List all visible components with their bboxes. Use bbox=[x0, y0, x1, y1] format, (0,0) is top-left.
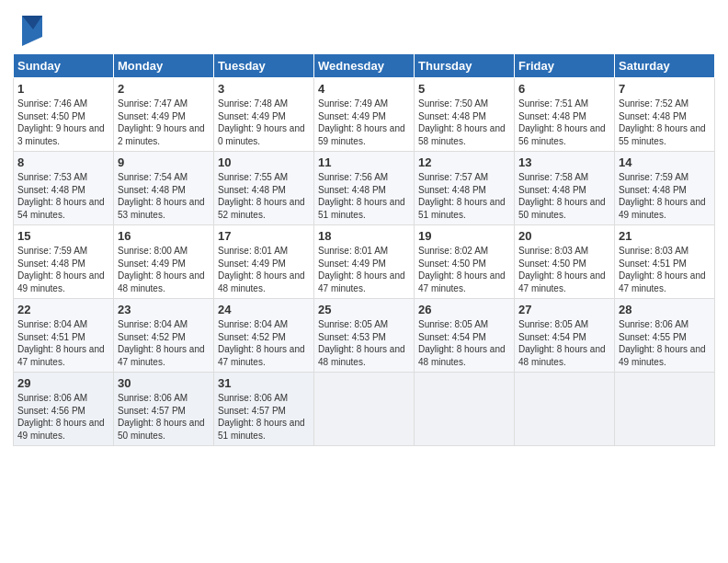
calendar-cell: 27Sunrise: 8:05 AMSunset: 4:54 PMDayligh… bbox=[515, 299, 615, 373]
calendar-cell: 14Sunrise: 7:59 AMSunset: 4:48 PMDayligh… bbox=[615, 152, 715, 225]
cell-info: Sunrise: 8:06 AMSunset: 4:57 PMDaylight:… bbox=[118, 392, 210, 442]
calendar-week-row: 15Sunrise: 7:59 AMSunset: 4:48 PMDayligh… bbox=[14, 225, 715, 299]
calendar-cell: 19Sunrise: 8:02 AMSunset: 4:50 PMDayligh… bbox=[415, 225, 515, 299]
day-number: 6 bbox=[518, 82, 610, 96]
calendar-cell: 15Sunrise: 7:59 AMSunset: 4:48 PMDayligh… bbox=[14, 225, 114, 299]
day-number: 21 bbox=[619, 229, 711, 243]
cell-info: Sunrise: 8:04 AMSunset: 4:51 PMDaylight:… bbox=[17, 318, 109, 368]
logo bbox=[13, 11, 50, 46]
day-number: 17 bbox=[218, 229, 310, 243]
cell-info: Sunrise: 8:03 AMSunset: 4:50 PMDaylight:… bbox=[518, 245, 610, 294]
calendar-cell: 11Sunrise: 7:56 AMSunset: 4:48 PMDayligh… bbox=[314, 152, 415, 225]
day-number: 14 bbox=[619, 155, 711, 169]
logo-icon bbox=[13, 11, 48, 46]
calendar-week-row: 8Sunrise: 7:53 AMSunset: 4:48 PMDaylight… bbox=[14, 152, 715, 225]
calendar-cell: 5Sunrise: 7:50 AMSunset: 4:48 PMDaylight… bbox=[415, 78, 515, 152]
day-number: 1 bbox=[17, 82, 109, 96]
cell-info: Sunrise: 7:49 AMSunset: 4:49 PMDaylight:… bbox=[318, 98, 410, 147]
calendar-cell bbox=[415, 373, 515, 446]
day-number: 7 bbox=[619, 82, 711, 96]
header bbox=[13, 11, 715, 46]
cell-info: Sunrise: 7:59 AMSunset: 4:48 PMDaylight:… bbox=[17, 245, 109, 294]
calendar-cell: 7Sunrise: 7:52 AMSunset: 4:48 PMDaylight… bbox=[615, 78, 715, 152]
calendar-cell: 26Sunrise: 8:05 AMSunset: 4:54 PMDayligh… bbox=[415, 299, 515, 373]
page-container: SundayMondayTuesdayWednesdayThursdayFrid… bbox=[0, 0, 728, 455]
calendar-cell: 13Sunrise: 7:58 AMSunset: 4:48 PMDayligh… bbox=[515, 152, 615, 225]
weekday-header-saturday: Saturday bbox=[615, 54, 715, 78]
calendar-cell bbox=[615, 373, 715, 446]
cell-info: Sunrise: 7:55 AMSunset: 4:48 PMDaylight:… bbox=[218, 171, 310, 221]
day-number: 10 bbox=[218, 155, 310, 169]
weekday-header-row: SundayMondayTuesdayWednesdayThursdayFrid… bbox=[14, 54, 715, 78]
calendar-cell bbox=[515, 373, 615, 446]
day-number: 24 bbox=[218, 303, 310, 316]
day-number: 16 bbox=[118, 229, 210, 243]
day-number: 2 bbox=[118, 82, 210, 96]
calendar-cell: 10Sunrise: 7:55 AMSunset: 4:48 PMDayligh… bbox=[214, 152, 314, 225]
calendar-table: SundayMondayTuesdayWednesdayThursdayFrid… bbox=[13, 53, 715, 446]
cell-info: Sunrise: 8:04 AMSunset: 4:52 PMDaylight:… bbox=[218, 318, 310, 368]
cell-info: Sunrise: 8:01 AMSunset: 4:49 PMDaylight:… bbox=[318, 245, 410, 294]
weekday-header-monday: Monday bbox=[114, 54, 214, 78]
day-number: 11 bbox=[318, 155, 410, 169]
day-number: 23 bbox=[118, 303, 210, 316]
calendar-week-row: 22Sunrise: 8:04 AMSunset: 4:51 PMDayligh… bbox=[14, 299, 715, 373]
day-number: 5 bbox=[418, 82, 510, 96]
day-number: 28 bbox=[619, 303, 711, 316]
calendar-cell: 16Sunrise: 8:00 AMSunset: 4:49 PMDayligh… bbox=[114, 225, 214, 299]
cell-info: Sunrise: 7:46 AMSunset: 4:50 PMDaylight:… bbox=[17, 98, 109, 147]
day-number: 3 bbox=[218, 82, 310, 96]
cell-info: Sunrise: 8:06 AMSunset: 4:55 PMDaylight:… bbox=[619, 318, 711, 368]
calendar-cell: 29Sunrise: 8:06 AMSunset: 4:56 PMDayligh… bbox=[14, 373, 114, 446]
cell-info: Sunrise: 8:05 AMSunset: 4:54 PMDaylight:… bbox=[518, 318, 610, 368]
calendar-cell: 8Sunrise: 7:53 AMSunset: 4:48 PMDaylight… bbox=[14, 152, 114, 225]
weekday-header-wednesday: Wednesday bbox=[314, 54, 415, 78]
cell-info: Sunrise: 8:03 AMSunset: 4:51 PMDaylight:… bbox=[619, 245, 711, 294]
cell-info: Sunrise: 8:04 AMSunset: 4:52 PMDaylight:… bbox=[118, 318, 210, 368]
cell-info: Sunrise: 7:47 AMSunset: 4:49 PMDaylight:… bbox=[118, 98, 210, 147]
calendar-cell: 3Sunrise: 7:48 AMSunset: 4:49 PMDaylight… bbox=[214, 78, 314, 152]
day-number: 20 bbox=[518, 229, 610, 243]
day-number: 19 bbox=[418, 229, 510, 243]
day-number: 26 bbox=[418, 303, 510, 316]
cell-info: Sunrise: 7:51 AMSunset: 4:48 PMDaylight:… bbox=[518, 98, 610, 147]
calendar-cell: 6Sunrise: 7:51 AMSunset: 4:48 PMDaylight… bbox=[515, 78, 615, 152]
cell-info: Sunrise: 7:58 AMSunset: 4:48 PMDaylight:… bbox=[518, 171, 610, 221]
cell-info: Sunrise: 7:48 AMSunset: 4:49 PMDaylight:… bbox=[218, 98, 310, 147]
cell-info: Sunrise: 7:53 AMSunset: 4:48 PMDaylight:… bbox=[17, 171, 109, 221]
weekday-header-thursday: Thursday bbox=[415, 54, 515, 78]
calendar-cell: 30Sunrise: 8:06 AMSunset: 4:57 PMDayligh… bbox=[114, 373, 214, 446]
calendar-cell: 25Sunrise: 8:05 AMSunset: 4:53 PMDayligh… bbox=[314, 299, 415, 373]
day-number: 9 bbox=[118, 155, 210, 169]
calendar-cell: 28Sunrise: 8:06 AMSunset: 4:55 PMDayligh… bbox=[615, 299, 715, 373]
day-number: 12 bbox=[418, 155, 510, 169]
calendar-cell: 18Sunrise: 8:01 AMSunset: 4:49 PMDayligh… bbox=[314, 225, 415, 299]
cell-info: Sunrise: 8:06 AMSunset: 4:57 PMDaylight:… bbox=[218, 392, 310, 442]
cell-info: Sunrise: 7:56 AMSunset: 4:48 PMDaylight:… bbox=[318, 171, 410, 221]
calendar-cell: 22Sunrise: 8:04 AMSunset: 4:51 PMDayligh… bbox=[14, 299, 114, 373]
weekday-header-tuesday: Tuesday bbox=[214, 54, 314, 78]
cell-info: Sunrise: 8:05 AMSunset: 4:54 PMDaylight:… bbox=[418, 318, 510, 368]
day-number: 4 bbox=[318, 82, 410, 96]
day-number: 18 bbox=[318, 229, 410, 243]
cell-info: Sunrise: 8:00 AMSunset: 4:49 PMDaylight:… bbox=[118, 245, 210, 294]
calendar-cell: 21Sunrise: 8:03 AMSunset: 4:51 PMDayligh… bbox=[615, 225, 715, 299]
cell-info: Sunrise: 8:06 AMSunset: 4:56 PMDaylight:… bbox=[17, 392, 109, 442]
day-number: 27 bbox=[518, 303, 610, 316]
day-number: 13 bbox=[518, 155, 610, 169]
cell-info: Sunrise: 7:59 AMSunset: 4:48 PMDaylight:… bbox=[619, 171, 711, 221]
calendar-week-row: 1Sunrise: 7:46 AMSunset: 4:50 PMDaylight… bbox=[14, 78, 715, 152]
cell-info: Sunrise: 7:57 AMSunset: 4:48 PMDaylight:… bbox=[418, 171, 510, 221]
calendar-cell bbox=[314, 373, 415, 446]
calendar-cell: 31Sunrise: 8:06 AMSunset: 4:57 PMDayligh… bbox=[214, 373, 314, 446]
calendar-week-row: 29Sunrise: 8:06 AMSunset: 4:56 PMDayligh… bbox=[14, 373, 715, 446]
cell-info: Sunrise: 7:54 AMSunset: 4:48 PMDaylight:… bbox=[118, 171, 210, 221]
calendar-cell: 12Sunrise: 7:57 AMSunset: 4:48 PMDayligh… bbox=[415, 152, 515, 225]
calendar-cell: 24Sunrise: 8:04 AMSunset: 4:52 PMDayligh… bbox=[214, 299, 314, 373]
day-number: 30 bbox=[118, 376, 210, 390]
day-number: 29 bbox=[17, 376, 109, 390]
calendar-cell: 9Sunrise: 7:54 AMSunset: 4:48 PMDaylight… bbox=[114, 152, 214, 225]
calendar-cell: 20Sunrise: 8:03 AMSunset: 4:50 PMDayligh… bbox=[515, 225, 615, 299]
cell-info: Sunrise: 8:01 AMSunset: 4:49 PMDaylight:… bbox=[218, 245, 310, 294]
day-number: 25 bbox=[318, 303, 410, 316]
